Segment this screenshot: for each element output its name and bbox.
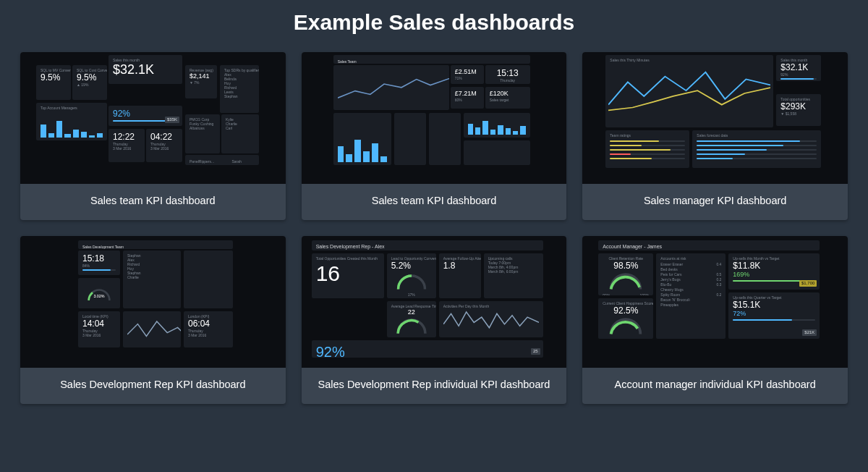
dashboard-card-sdr-team[interactable]: Sales Development Team 15:18 84% 3.02% S… <box>20 236 286 404</box>
dashboard-card-account-manager[interactable]: Account Manager - James Client Retention… <box>582 236 848 404</box>
dashboard-caption: Sales Development Rep individual KPI das… <box>302 368 567 404</box>
dashboard-grid: SQL to MV Conversion Rate 9.5% SQL to Cu… <box>0 49 868 417</box>
dashboard-caption: Account manager individual KPI dashboard <box>582 368 848 404</box>
dashboard-card-sales-manager[interactable]: Sales this Thirty Minutes Sales this mon… <box>582 52 848 220</box>
dashboard-preview: Sales Development Team 15:18 84% 3.02% S… <box>20 236 286 368</box>
dashboard-card-sdr-individual[interactable]: Sales Development Rep - Alex Total Oppor… <box>302 236 567 404</box>
dashboard-caption: Sales team KPI dashboard <box>20 184 286 220</box>
svg-text:3.02%: 3.02% <box>93 294 104 298</box>
dashboard-caption: Sales Development Rep KPI dashboard <box>20 368 286 404</box>
dashboard-caption: Sales manager KPI dashboard <box>582 184 848 220</box>
dashboard-preview: Sales Development Rep - Alex Total Oppor… <box>302 236 567 368</box>
dashboard-preview: Account Manager - James Client Retention… <box>582 236 848 368</box>
dashboard-caption: Sales team KPI dashboard <box>302 184 567 220</box>
dashboard-card-sales-team-2[interactable]: Sales Team £2.51M 71% 15:13 Thursday £7.… <box>302 52 567 220</box>
dashboard-preview: Sales Team £2.51M 71% 15:13 Thursday £7.… <box>302 52 567 184</box>
page-title: Example Sales dashboards <box>0 0 868 49</box>
dashboard-preview: Sales this Thirty Minutes Sales this mon… <box>582 52 848 184</box>
dashboard-preview: SQL to MV Conversion Rate 9.5% SQL to Cu… <box>20 52 286 184</box>
dashboard-card-sales-team-1[interactable]: SQL to MV Conversion Rate 9.5% SQL to Cu… <box>20 52 286 220</box>
